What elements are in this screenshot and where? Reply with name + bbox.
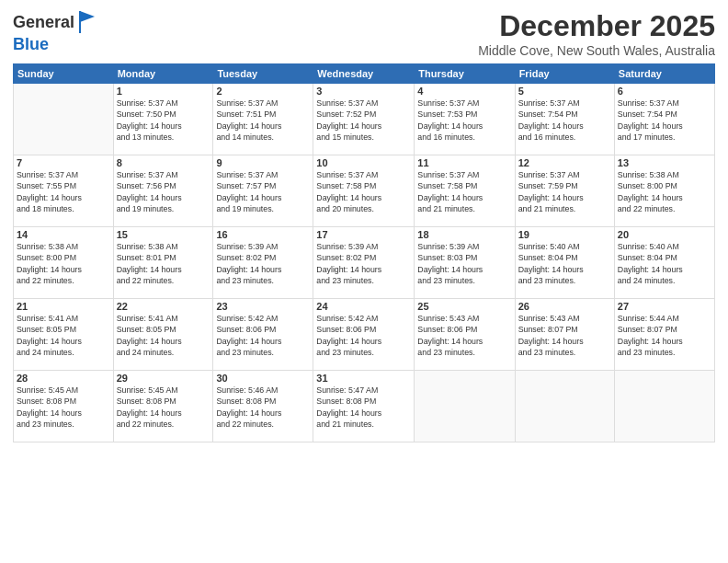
calendar-cell: 9Sunrise: 5:37 AM Sunset: 7:57 PM Daylig… bbox=[213, 155, 313, 227]
day-number: 19 bbox=[518, 229, 611, 240]
day-info: Sunrise: 5:39 AM Sunset: 8:03 PM Dayligh… bbox=[417, 241, 511, 286]
logo: General Blue bbox=[13, 9, 98, 54]
day-number: 24 bbox=[316, 301, 411, 312]
day-info: Sunrise: 5:37 AM Sunset: 7:51 PM Dayligh… bbox=[216, 98, 310, 143]
calendar-header-sunday: Sunday bbox=[14, 64, 114, 84]
day-number: 13 bbox=[618, 157, 711, 168]
logo-general-text: General bbox=[13, 13, 74, 32]
day-info: Sunrise: 5:45 AM Sunset: 8:08 PM Dayligh… bbox=[117, 385, 210, 430]
calendar-week-row: 14Sunrise: 5:38 AM Sunset: 8:00 PM Dayli… bbox=[14, 227, 715, 299]
day-number: 10 bbox=[316, 157, 411, 168]
day-info: Sunrise: 5:37 AM Sunset: 7:54 PM Dayligh… bbox=[618, 98, 711, 143]
day-number: 30 bbox=[216, 373, 310, 384]
day-info: Sunrise: 5:42 AM Sunset: 8:06 PM Dayligh… bbox=[216, 313, 310, 358]
calendar-cell bbox=[14, 84, 114, 155]
day-info: Sunrise: 5:39 AM Sunset: 8:02 PM Dayligh… bbox=[216, 241, 310, 286]
day-info: Sunrise: 5:45 AM Sunset: 8:08 PM Dayligh… bbox=[17, 385, 110, 430]
calendar-week-row: 1Sunrise: 5:37 AM Sunset: 7:50 PM Daylig… bbox=[14, 84, 715, 155]
day-info: Sunrise: 5:43 AM Sunset: 8:06 PM Dayligh… bbox=[417, 313, 511, 358]
day-info: Sunrise: 5:38 AM Sunset: 8:00 PM Dayligh… bbox=[17, 241, 110, 286]
header: General Blue December 2025 Middle Cove, … bbox=[13, 9, 715, 58]
day-number: 22 bbox=[117, 301, 210, 312]
calendar-cell: 17Sunrise: 5:39 AM Sunset: 8:02 PM Dayli… bbox=[313, 227, 415, 299]
calendar-cell: 6Sunrise: 5:37 AM Sunset: 7:54 PM Daylig… bbox=[614, 84, 714, 155]
day-info: Sunrise: 5:37 AM Sunset: 7:50 PM Dayligh… bbox=[117, 98, 210, 143]
day-info: Sunrise: 5:37 AM Sunset: 7:59 PM Dayligh… bbox=[518, 169, 611, 214]
day-info: Sunrise: 5:37 AM Sunset: 7:56 PM Dayligh… bbox=[117, 169, 210, 214]
day-number: 18 bbox=[417, 229, 511, 240]
page: General Blue December 2025 Middle Cove, … bbox=[0, 0, 728, 563]
day-info: Sunrise: 5:41 AM Sunset: 8:05 PM Dayligh… bbox=[17, 313, 110, 358]
day-info: Sunrise: 5:37 AM Sunset: 7:55 PM Dayligh… bbox=[17, 169, 110, 214]
calendar-cell: 22Sunrise: 5:41 AM Sunset: 8:05 PM Dayli… bbox=[113, 299, 213, 371]
day-info: Sunrise: 5:37 AM Sunset: 7:58 PM Dayligh… bbox=[316, 169, 411, 214]
calendar-cell: 13Sunrise: 5:38 AM Sunset: 8:00 PM Dayli… bbox=[614, 155, 714, 227]
calendar-cell: 25Sunrise: 5:43 AM Sunset: 8:06 PM Dayli… bbox=[415, 299, 515, 371]
calendar-cell: 11Sunrise: 5:37 AM Sunset: 7:58 PM Dayli… bbox=[415, 155, 515, 227]
calendar-header-row: SundayMondayTuesdayWednesdayThursdayFrid… bbox=[14, 64, 715, 84]
day-number: 29 bbox=[117, 373, 210, 384]
calendar-cell bbox=[415, 371, 515, 442]
day-info: Sunrise: 5:37 AM Sunset: 7:58 PM Dayligh… bbox=[417, 169, 511, 214]
calendar-cell: 23Sunrise: 5:42 AM Sunset: 8:06 PM Dayli… bbox=[213, 299, 313, 371]
day-number: 11 bbox=[417, 157, 511, 168]
day-info: Sunrise: 5:40 AM Sunset: 8:04 PM Dayligh… bbox=[518, 241, 611, 286]
calendar-cell: 26Sunrise: 5:43 AM Sunset: 8:07 PM Dayli… bbox=[515, 299, 614, 371]
day-number: 7 bbox=[17, 157, 110, 168]
day-info: Sunrise: 5:40 AM Sunset: 8:04 PM Dayligh… bbox=[618, 241, 711, 286]
calendar-cell: 2Sunrise: 5:37 AM Sunset: 7:51 PM Daylig… bbox=[213, 84, 313, 155]
calendar-cell: 10Sunrise: 5:37 AM Sunset: 7:58 PM Dayli… bbox=[313, 155, 415, 227]
day-info: Sunrise: 5:41 AM Sunset: 8:05 PM Dayligh… bbox=[117, 313, 210, 358]
day-info: Sunrise: 5:43 AM Sunset: 8:07 PM Dayligh… bbox=[518, 313, 611, 358]
calendar-cell: 18Sunrise: 5:39 AM Sunset: 8:03 PM Dayli… bbox=[415, 227, 515, 299]
day-info: Sunrise: 5:37 AM Sunset: 7:53 PM Dayligh… bbox=[417, 98, 511, 143]
day-number: 9 bbox=[216, 157, 310, 168]
calendar-cell bbox=[614, 371, 714, 442]
day-number: 23 bbox=[216, 301, 310, 312]
day-number: 28 bbox=[17, 373, 110, 384]
calendar-cell: 27Sunrise: 5:44 AM Sunset: 8:07 PM Dayli… bbox=[614, 299, 714, 371]
day-number: 16 bbox=[216, 229, 310, 240]
day-number: 27 bbox=[618, 301, 711, 312]
calendar-cell: 1Sunrise: 5:37 AM Sunset: 7:50 PM Daylig… bbox=[113, 84, 213, 155]
day-number: 15 bbox=[117, 229, 210, 240]
calendar-week-row: 21Sunrise: 5:41 AM Sunset: 8:05 PM Dayli… bbox=[14, 299, 715, 371]
day-number: 8 bbox=[117, 157, 210, 168]
calendar-cell: 24Sunrise: 5:42 AM Sunset: 8:06 PM Dayli… bbox=[313, 299, 415, 371]
calendar-cell: 19Sunrise: 5:40 AM Sunset: 8:04 PM Dayli… bbox=[515, 227, 614, 299]
day-number: 5 bbox=[518, 86, 611, 97]
calendar-cell: 14Sunrise: 5:38 AM Sunset: 8:00 PM Dayli… bbox=[14, 227, 114, 299]
calendar-cell: 21Sunrise: 5:41 AM Sunset: 8:05 PM Dayli… bbox=[14, 299, 114, 371]
day-info: Sunrise: 5:38 AM Sunset: 8:00 PM Dayligh… bbox=[618, 169, 711, 214]
day-number: 6 bbox=[618, 86, 711, 97]
calendar-cell: 20Sunrise: 5:40 AM Sunset: 8:04 PM Dayli… bbox=[614, 227, 714, 299]
calendar-table: SundayMondayTuesdayWednesdayThursdayFrid… bbox=[13, 63, 715, 442]
logo-blue-text: Blue bbox=[13, 35, 49, 53]
title-block: December 2025 Middle Cove, New South Wal… bbox=[478, 9, 715, 58]
location: Middle Cove, New South Wales, Australia bbox=[478, 43, 715, 58]
day-number: 1 bbox=[117, 86, 210, 97]
calendar-cell: 12Sunrise: 5:37 AM Sunset: 7:59 PM Dayli… bbox=[515, 155, 614, 227]
calendar-header-tuesday: Tuesday bbox=[213, 64, 313, 84]
calendar-cell: 30Sunrise: 5:46 AM Sunset: 8:08 PM Dayli… bbox=[213, 371, 313, 442]
day-info: Sunrise: 5:37 AM Sunset: 7:57 PM Dayligh… bbox=[216, 169, 310, 214]
day-number: 3 bbox=[316, 86, 411, 97]
day-number: 31 bbox=[316, 373, 411, 384]
day-info: Sunrise: 5:46 AM Sunset: 8:08 PM Dayligh… bbox=[216, 385, 310, 430]
calendar-cell: 4Sunrise: 5:37 AM Sunset: 7:53 PM Daylig… bbox=[415, 84, 515, 155]
calendar-cell: 28Sunrise: 5:45 AM Sunset: 8:08 PM Dayli… bbox=[14, 371, 114, 442]
calendar-cell: 29Sunrise: 5:45 AM Sunset: 8:08 PM Dayli… bbox=[113, 371, 213, 442]
day-number: 26 bbox=[518, 301, 611, 312]
day-info: Sunrise: 5:37 AM Sunset: 7:54 PM Dayligh… bbox=[518, 98, 611, 143]
day-number: 17 bbox=[316, 229, 411, 240]
calendar-header-saturday: Saturday bbox=[614, 64, 714, 84]
day-number: 14 bbox=[17, 229, 110, 240]
calendar-cell: 8Sunrise: 5:37 AM Sunset: 7:56 PM Daylig… bbox=[113, 155, 213, 227]
calendar-cell: 15Sunrise: 5:38 AM Sunset: 8:01 PM Dayli… bbox=[113, 227, 213, 299]
calendar-header-wednesday: Wednesday bbox=[313, 64, 415, 84]
day-number: 4 bbox=[417, 86, 511, 97]
day-info: Sunrise: 5:44 AM Sunset: 8:07 PM Dayligh… bbox=[618, 313, 711, 358]
svg-rect-1 bbox=[79, 11, 81, 33]
svg-marker-0 bbox=[80, 11, 95, 22]
calendar-cell bbox=[515, 371, 614, 442]
